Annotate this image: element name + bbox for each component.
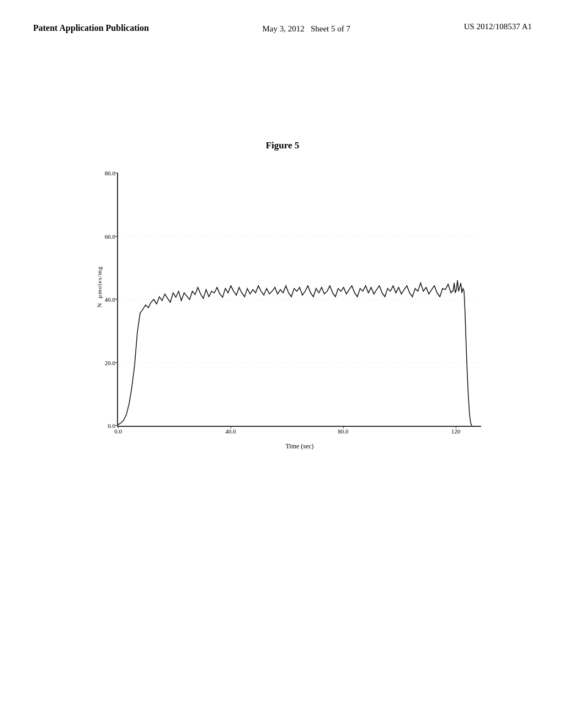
chart-area: N µmoles/mg 0.0 20.0 40.0 60.0 80.0 0.0	[84, 173, 481, 460]
y-tick-20: 20.0	[105, 360, 118, 366]
chart-svg	[118, 173, 481, 426]
y-tick-40: 40.0	[105, 296, 118, 303]
header-date-sheet: May 3, 2012 Sheet 5 of 7	[262, 22, 350, 35]
page: Patent Application Publication May 3, 20…	[0, 0, 565, 728]
x-tick-120: 120	[451, 426, 461, 435]
figure-title: Figure 5	[33, 140, 532, 151]
x-tick-80: 80.0	[338, 426, 348, 435]
x-tick-40: 40.0	[225, 426, 236, 435]
header-sheet: Sheet 5 of 7	[311, 24, 350, 33]
y-tick-80: 80.0	[105, 170, 118, 176]
header-publication-label: Patent Application Publication	[33, 22, 149, 34]
chart-container: 0.0 20.0 40.0 60.0 80.0 0.0 40.0 80.0	[117, 173, 481, 427]
x-tick-0: 0.0	[114, 426, 122, 435]
page-header: Patent Application Publication May 3, 20…	[33, 22, 532, 41]
x-axis-label: Time (sec)	[285, 442, 313, 451]
header-patent-number: US 2012/108537 A1	[464, 22, 532, 31]
header-date: May 3, 2012	[262, 24, 304, 33]
y-axis-label: N µmoles/mg	[96, 266, 103, 307]
y-tick-60: 60.0	[105, 233, 118, 240]
